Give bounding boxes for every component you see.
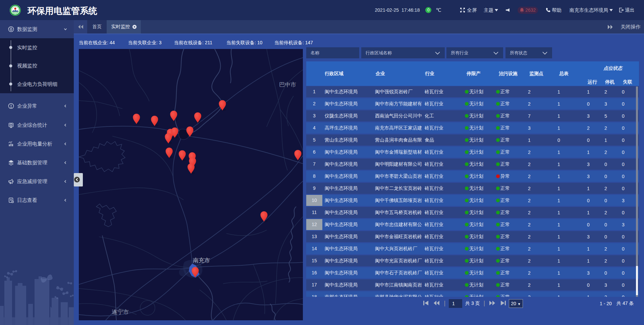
svg-text:巴中市: 巴中市 <box>279 82 296 88</box>
svg-text:遂宁市: 遂宁市 <box>112 309 129 315</box>
svg-text:南充市: 南充市 <box>193 257 210 264</box>
